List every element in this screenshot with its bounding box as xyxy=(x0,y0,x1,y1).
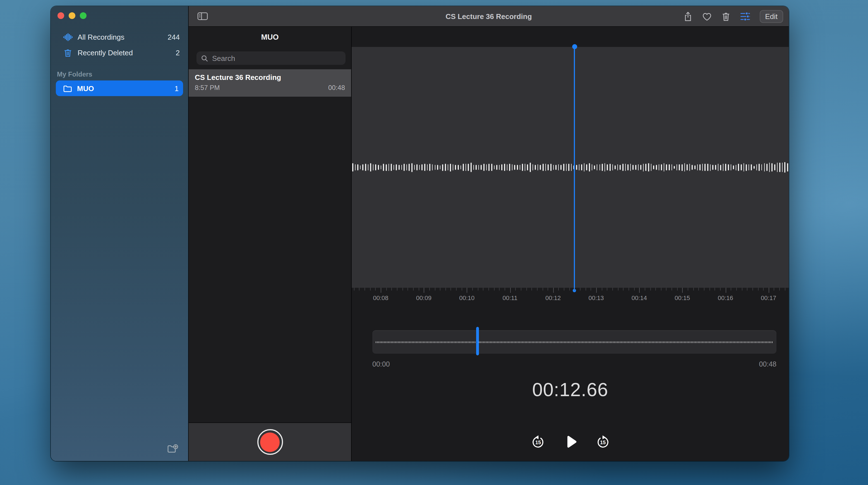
skip-forward-amount: 15 xyxy=(600,440,606,445)
ruler-label: 00:12 xyxy=(536,294,570,301)
skip-back-amount: 15 xyxy=(535,440,540,445)
search-icon xyxy=(201,55,208,62)
minimize-button[interactable] xyxy=(69,12,75,19)
ruler-label: 00:09 xyxy=(407,294,440,301)
record-dot-icon xyxy=(260,432,280,452)
playback-settings-icon[interactable] xyxy=(739,12,750,21)
playhead-line xyxy=(574,47,575,290)
desktop-wallpaper: All Recordings 244 Recently Deleted 2 My… xyxy=(0,0,868,485)
search-field[interactable] xyxy=(196,51,345,65)
trash-icon xyxy=(63,48,72,57)
ruler-label: 00:15 xyxy=(665,294,699,301)
voice-memos-window: All Recordings 244 Recently Deleted 2 My… xyxy=(51,6,789,461)
playback-controls: 15 15 xyxy=(352,434,789,450)
sidebar-item-all-recordings[interactable]: All Recordings 244 xyxy=(51,29,188,45)
skip-forward-15-button[interactable]: 15 xyxy=(595,435,610,449)
skip-back-15-button[interactable]: 15 xyxy=(531,435,545,449)
scrubber-start-label: 00:00 xyxy=(372,361,390,368)
list-header: MUO xyxy=(189,27,351,47)
ruler-label: 00:17 xyxy=(752,294,785,301)
sidebar-item-label: All Recordings xyxy=(78,33,168,41)
titlebar: CS Lecture 36 Recording xyxy=(189,6,789,27)
sidebar-item-label: Recently Deleted xyxy=(78,48,176,57)
waveform-icon xyxy=(63,32,72,41)
ruler-label: 00:10 xyxy=(450,294,484,301)
edit-button[interactable]: Edit xyxy=(760,10,783,23)
window-controls xyxy=(58,12,87,19)
sidebar-item-recently-deleted[interactable]: Recently Deleted 2 xyxy=(51,45,188,60)
close-button[interactable] xyxy=(58,12,64,19)
playhead[interactable] xyxy=(572,44,578,295)
toggle-sidebar-button[interactable] xyxy=(196,10,209,22)
sidebar-folder-muo[interactable]: MUO 1 xyxy=(56,81,183,96)
current-time-display: 00:12.66 xyxy=(352,379,789,401)
sidebar-item-count: 2 xyxy=(176,48,180,57)
player-panel: 00:0800:0900:1000:1100:1200:1300:1400:15… xyxy=(352,27,789,461)
ruler-label: 00:14 xyxy=(622,294,656,301)
favorite-heart-icon[interactable] xyxy=(702,12,712,21)
recording-time: 8:57 PM xyxy=(195,84,220,92)
recordings-list-panel: MUO CS Lecture 36 Recording 8:57 PM 00:4… xyxy=(189,27,352,461)
overview-scrubber[interactable] xyxy=(372,330,776,354)
search-input[interactable] xyxy=(211,53,341,63)
scrubber-end-label: 00:48 xyxy=(759,361,776,368)
sidebar: All Recordings 244 Recently Deleted 2 My… xyxy=(51,6,189,461)
zoom-button[interactable] xyxy=(80,12,87,19)
scrubber-thumb[interactable] xyxy=(476,327,479,355)
delete-trash-icon[interactable] xyxy=(721,11,731,22)
recording-duration: 00:48 xyxy=(328,84,345,92)
play-button[interactable] xyxy=(562,434,579,450)
recording-list-item[interactable]: CS Lecture 36 Recording 8:57 PM 00:48 xyxy=(189,69,351,97)
folder-icon xyxy=(63,84,72,93)
waveform-view[interactable] xyxy=(352,47,789,288)
overview-waveform-line xyxy=(376,341,773,343)
ruler-label: 00:13 xyxy=(580,294,613,301)
record-button[interactable] xyxy=(257,429,283,455)
ruler-label: 00:16 xyxy=(709,294,742,301)
time-ruler: 00:0800:0900:1000:1100:1200:1300:1400:15… xyxy=(352,288,789,305)
sidebar-section-label: My Folders xyxy=(57,70,188,78)
waveform-bars xyxy=(352,47,789,288)
folder-label: MUO xyxy=(77,84,175,92)
recording-title: CS Lecture 36 Recording xyxy=(195,73,345,82)
sidebar-item-count: 244 xyxy=(168,33,180,41)
new-folder-button[interactable] xyxy=(167,444,179,454)
share-icon[interactable] xyxy=(683,11,692,22)
ruler-label: 00:11 xyxy=(493,294,527,301)
ruler-label: 00:08 xyxy=(364,294,397,301)
record-strip xyxy=(189,422,351,461)
folder-count: 1 xyxy=(175,84,179,92)
